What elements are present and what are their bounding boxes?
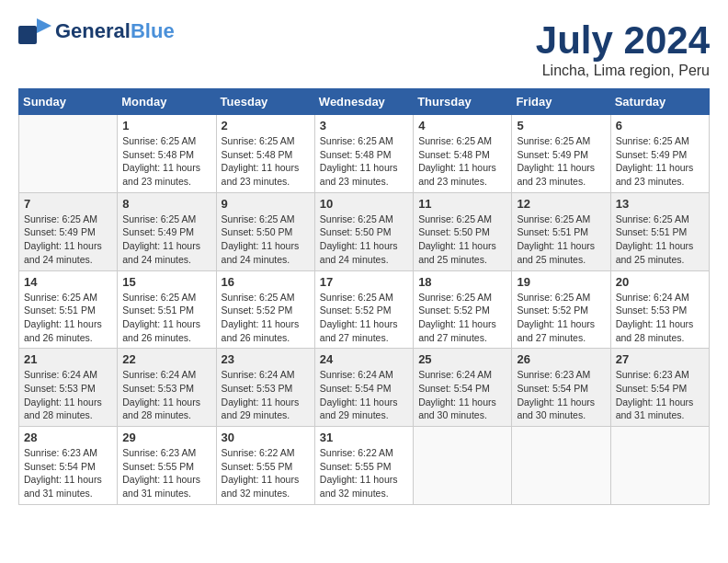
calendar-cell [610,427,709,505]
day-number: 29 [122,431,210,444]
day-info: Sunrise: 6:25 AMSunset: 5:52 PMDaylight:… [222,291,310,345]
calendar-cell: 17Sunrise: 6:25 AMSunset: 5:52 PMDayligh… [314,270,413,349]
day-info: Sunrise: 6:23 AMSunset: 5:55 PMDaylight:… [122,446,210,500]
calendar-cell: 23Sunrise: 6:24 AMSunset: 5:53 PMDayligh… [216,349,314,427]
day-info: Sunrise: 6:23 AMSunset: 5:54 PMDaylight:… [517,368,605,422]
calendar-cell [19,115,118,193]
calendar-cell: 3Sunrise: 6:25 AMSunset: 5:48 PMDaylight… [314,115,413,193]
day-info: Sunrise: 6:23 AMSunset: 5:54 PMDaylight:… [616,368,704,422]
header-cell-sunday: Sunday [19,89,118,115]
calendar-cell: 6Sunrise: 6:25 AMSunset: 5:49 PMDaylight… [610,115,709,193]
day-number: 17 [320,275,408,289]
day-number: 31 [320,431,408,444]
calendar-cell: 31Sunrise: 6:22 AMSunset: 5:55 PMDayligh… [314,427,413,505]
calendar-cell: 13Sunrise: 6:25 AMSunset: 5:51 PMDayligh… [610,192,709,270]
calendar-cell: 9Sunrise: 6:25 AMSunset: 5:50 PMDaylight… [216,192,314,270]
week-row-1: 1Sunrise: 6:25 AMSunset: 5:48 PMDaylight… [19,115,710,193]
day-info: Sunrise: 6:25 AMSunset: 5:51 PMDaylight:… [24,291,112,345]
day-info: Sunrise: 6:25 AMSunset: 5:51 PMDaylight:… [616,213,704,267]
calendar-cell: 10Sunrise: 6:25 AMSunset: 5:50 PMDayligh… [314,192,413,270]
calendar-cell: 24Sunrise: 6:24 AMSunset: 5:54 PMDayligh… [314,349,413,427]
day-info: Sunrise: 6:24 AMSunset: 5:54 PMDaylight:… [320,368,408,422]
day-info: Sunrise: 6:25 AMSunset: 5:48 PMDaylight:… [418,134,506,189]
day-info: Sunrise: 6:24 AMSunset: 5:53 PMDaylight:… [222,368,310,422]
day-number: 12 [517,197,605,211]
day-info: Sunrise: 6:25 AMSunset: 5:52 PMDaylight:… [418,291,506,345]
day-info: Sunrise: 6:25 AMSunset: 5:49 PMDaylight:… [616,134,704,189]
day-number: 27 [616,352,704,366]
calendar-cell: 26Sunrise: 6:23 AMSunset: 5:54 PMDayligh… [512,349,610,427]
calendar-cell: 28Sunrise: 6:23 AMSunset: 5:54 PMDayligh… [19,427,118,505]
calendar-cell [512,427,610,505]
day-number: 1 [122,119,210,132]
day-number: 20 [616,275,704,289]
week-row-4: 21Sunrise: 6:24 AMSunset: 5:53 PMDayligh… [19,349,710,427]
day-number: 14 [24,275,112,289]
month-title: July 2024 [536,18,710,63]
calendar-cell: 8Sunrise: 6:25 AMSunset: 5:49 PMDaylight… [118,192,216,270]
day-number: 15 [122,275,210,289]
week-row-2: 7Sunrise: 6:25 AMSunset: 5:49 PMDaylight… [19,192,710,270]
header-cell-thursday: Thursday [414,89,512,115]
svg-rect-0 [18,26,37,44]
calendar-cell: 7Sunrise: 6:25 AMSunset: 5:49 PMDaylight… [19,192,118,270]
header-cell-monday: Monday [118,89,216,115]
calendar-cell: 16Sunrise: 6:25 AMSunset: 5:52 PMDayligh… [216,270,314,349]
calendar-cell: 21Sunrise: 6:24 AMSunset: 5:53 PMDayligh… [19,349,118,427]
day-number: 11 [418,197,506,211]
day-number: 13 [616,197,704,211]
logo-icon [18,18,51,44]
day-number: 7 [24,197,112,211]
svg-marker-1 [37,18,51,33]
header: GeneralBlue July 2024 Lincha, Lima regio… [18,18,710,79]
calendar-cell: 18Sunrise: 6:25 AMSunset: 5:52 PMDayligh… [414,270,512,349]
day-number: 19 [517,275,605,289]
day-number: 10 [320,197,408,211]
day-number: 25 [418,352,506,366]
day-info: Sunrise: 6:22 AMSunset: 5:55 PMDaylight:… [320,446,408,500]
day-info: Sunrise: 6:25 AMSunset: 5:50 PMDaylight:… [222,213,310,267]
day-info: Sunrise: 6:24 AMSunset: 5:53 PMDaylight:… [616,291,704,345]
calendar-cell: 27Sunrise: 6:23 AMSunset: 5:54 PMDayligh… [610,349,709,427]
header-cell-saturday: Saturday [610,89,709,115]
logo-general: General [55,19,131,42]
calendar-table: SundayMondayTuesdayWednesdayThursdayFrid… [18,88,710,505]
day-info: Sunrise: 6:25 AMSunset: 5:48 PMDaylight:… [122,134,210,189]
day-info: Sunrise: 6:22 AMSunset: 5:55 PMDaylight:… [222,446,310,500]
day-number: 30 [222,431,310,444]
header-row: SundayMondayTuesdayWednesdayThursdayFrid… [19,89,710,115]
day-info: Sunrise: 6:25 AMSunset: 5:50 PMDaylight:… [320,213,408,267]
day-info: Sunrise: 6:24 AMSunset: 5:53 PMDaylight:… [122,368,210,422]
day-info: Sunrise: 6:25 AMSunset: 5:52 PMDaylight:… [320,291,408,345]
day-number: 2 [222,119,310,132]
calendar-cell [414,427,512,505]
calendar-cell: 30Sunrise: 6:22 AMSunset: 5:55 PMDayligh… [216,427,314,505]
day-info: Sunrise: 6:24 AMSunset: 5:53 PMDaylight:… [24,368,112,422]
day-number: 3 [320,119,408,132]
week-row-5: 28Sunrise: 6:23 AMSunset: 5:54 PMDayligh… [19,427,710,505]
title-area: July 2024 Lincha, Lima region, Peru [536,18,710,79]
day-number: 9 [222,197,310,211]
calendar-cell: 25Sunrise: 6:24 AMSunset: 5:54 PMDayligh… [414,349,512,427]
calendar-cell: 12Sunrise: 6:25 AMSunset: 5:51 PMDayligh… [512,192,610,270]
header-cell-wednesday: Wednesday [314,89,413,115]
day-number: 16 [222,275,310,289]
logo-blue: Blue [131,19,175,42]
calendar-cell: 1Sunrise: 6:25 AMSunset: 5:48 PMDaylight… [118,115,216,193]
location-title: Lincha, Lima region, Peru [536,63,710,79]
calendar-cell: 4Sunrise: 6:25 AMSunset: 5:48 PMDaylight… [414,115,512,193]
calendar-cell: 11Sunrise: 6:25 AMSunset: 5:50 PMDayligh… [414,192,512,270]
calendar-cell: 22Sunrise: 6:24 AMSunset: 5:53 PMDayligh… [118,349,216,427]
logo: GeneralBlue [18,18,175,44]
day-info: Sunrise: 6:25 AMSunset: 5:49 PMDaylight:… [122,213,210,267]
day-info: Sunrise: 6:25 AMSunset: 5:49 PMDaylight:… [517,134,605,189]
day-number: 5 [517,119,605,132]
calendar-cell: 19Sunrise: 6:25 AMSunset: 5:52 PMDayligh… [512,270,610,349]
day-info: Sunrise: 6:25 AMSunset: 5:51 PMDaylight:… [122,291,210,345]
day-number: 4 [418,119,506,132]
day-number: 26 [517,352,605,366]
day-info: Sunrise: 6:25 AMSunset: 5:51 PMDaylight:… [517,213,605,267]
day-info: Sunrise: 6:23 AMSunset: 5:54 PMDaylight:… [24,446,112,500]
day-number: 28 [24,431,112,444]
day-number: 23 [222,352,310,366]
